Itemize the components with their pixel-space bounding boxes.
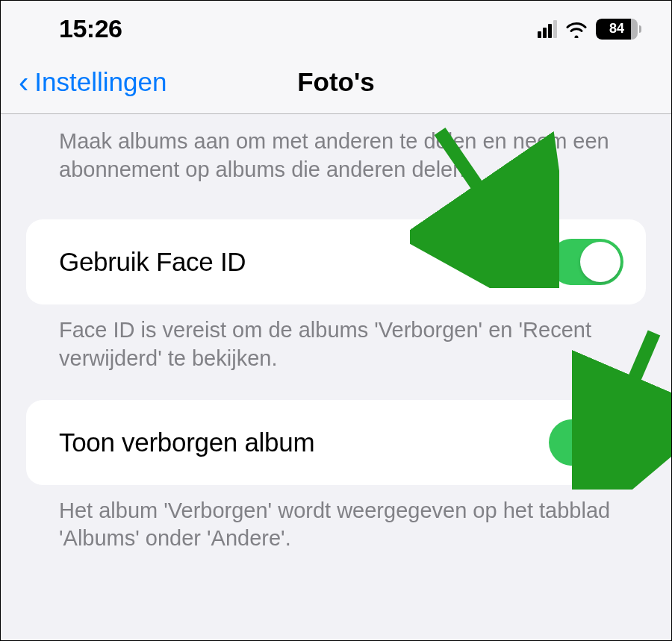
status-bar: 15:26 84 [1,1,671,49]
back-label: Instellingen [34,67,167,97]
toggle-knob [580,422,620,463]
row-description-face-id: Face ID is vereist om de albums 'Verborg… [1,304,671,372]
row-label: Gebruik Face ID [59,247,246,277]
cell-signal-icon [538,20,557,38]
chevron-left-icon: ‹ [19,67,28,97]
wifi-icon [564,20,588,38]
intro-description: Maak albums aan om met anderen te delen … [1,114,671,191]
row-show-hidden-album[interactable]: Toon verborgen album [26,400,646,485]
status-time: 15:26 [59,14,122,43]
toggle-knob [580,242,620,282]
row-label: Toon verborgen album [59,428,314,457]
status-indicators: 84 [538,19,641,40]
battery-percent: 84 [609,21,624,37]
toggle-use-face-id[interactable] [549,239,623,285]
row-description-hidden-album: Het album 'Verborgen' wordt weergegeven … [1,485,671,553]
battery-icon: 84 [596,19,641,40]
content: Maak albums aan om met anderen te delen … [1,114,671,553]
navigation-bar: ‹ Instellingen Foto's [1,49,671,114]
page-title: Foto's [297,67,375,97]
toggle-show-hidden-album[interactable] [549,419,623,466]
back-button[interactable]: ‹ Instellingen [19,67,167,97]
row-use-face-id[interactable]: Gebruik Face ID [26,219,646,304]
